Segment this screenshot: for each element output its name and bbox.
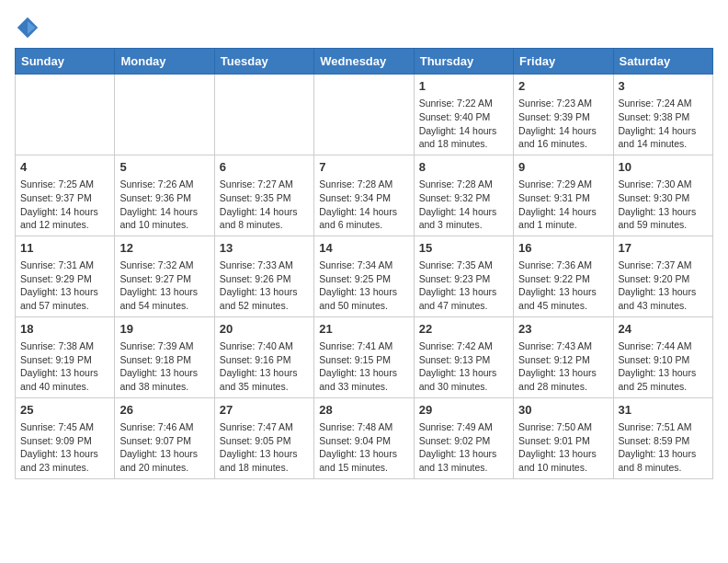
calendar-day-cell: 11Sunrise: 7:31 AMSunset: 9:29 PMDayligh… — [16, 236, 115, 316]
day-info: Sunrise: 7:31 AMSunset: 9:29 PMDaylight:… — [20, 259, 109, 313]
day-info: Sunrise: 7:45 AMSunset: 9:09 PMDaylight:… — [20, 420, 109, 475]
calendar-day-cell: 27Sunrise: 7:47 AMSunset: 9:05 PMDayligh… — [214, 397, 313, 478]
day-number: 4 — [20, 159, 109, 176]
day-info: Sunrise: 7:39 AMSunset: 9:18 PMDaylight:… — [119, 339, 209, 394]
calendar-day-cell: 31Sunrise: 7:51 AMSunset: 8:59 PMDayligh… — [613, 397, 712, 478]
logo — [15, 15, 44, 40]
calendar-week-row: 25Sunrise: 7:45 AMSunset: 9:09 PMDayligh… — [16, 397, 713, 478]
day-number: 20 — [220, 321, 309, 338]
logo-icon — [15, 15, 40, 40]
calendar-day-cell: 15Sunrise: 7:35 AMSunset: 9:23 PMDayligh… — [414, 236, 513, 316]
day-info: Sunrise: 7:28 AMSunset: 9:32 PMDaylight:… — [419, 178, 508, 232]
calendar-day-cell: 6Sunrise: 7:27 AMSunset: 9:35 PMDaylight… — [214, 155, 313, 236]
day-number: 17 — [619, 240, 708, 257]
day-info: Sunrise: 7:38 AMSunset: 9:19 PMDaylight:… — [20, 339, 109, 394]
calendar-week-row: 1Sunrise: 7:22 AMSunset: 9:40 PMDaylight… — [16, 75, 713, 155]
day-number: 21 — [319, 321, 408, 338]
day-info: Sunrise: 7:43 AMSunset: 9:12 PMDaylight:… — [518, 339, 608, 394]
calendar-day-cell — [214, 75, 313, 155]
calendar-day-cell: 30Sunrise: 7:50 AMSunset: 9:01 PMDayligh… — [514, 397, 613, 478]
calendar-day-cell: 20Sunrise: 7:40 AMSunset: 9:16 PMDayligh… — [214, 316, 313, 397]
day-info: Sunrise: 7:47 AMSunset: 9:05 PMDaylight:… — [220, 420, 309, 475]
calendar-table: SundayMondayTuesdayWednesdayThursdayFrid… — [15, 48, 713, 479]
calendar-week-row: 4Sunrise: 7:25 AMSunset: 9:37 PMDaylight… — [16, 155, 713, 236]
day-info: Sunrise: 7:28 AMSunset: 9:34 PMDaylight:… — [319, 178, 408, 232]
day-number: 13 — [220, 240, 309, 257]
calendar-day-cell: 9Sunrise: 7:29 AMSunset: 9:31 PMDaylight… — [514, 155, 613, 236]
calendar-day-cell — [314, 75, 414, 155]
calendar-day-cell: 16Sunrise: 7:36 AMSunset: 9:22 PMDayligh… — [514, 236, 613, 316]
calendar-day-cell: 22Sunrise: 7:42 AMSunset: 9:13 PMDayligh… — [414, 316, 513, 397]
day-info: Sunrise: 7:29 AMSunset: 9:31 PMDaylight:… — [518, 178, 608, 232]
calendar-day-cell: 4Sunrise: 7:25 AMSunset: 9:37 PMDaylight… — [16, 155, 115, 236]
calendar-day-cell — [16, 75, 115, 155]
day-info: Sunrise: 7:35 AMSunset: 9:23 PMDaylight:… — [419, 259, 508, 313]
calendar-day-cell: 1Sunrise: 7:22 AMSunset: 9:40 PMDaylight… — [414, 75, 513, 155]
day-info: Sunrise: 7:41 AMSunset: 9:15 PMDaylight:… — [319, 339, 408, 394]
page-header — [15, 15, 713, 40]
day-number: 18 — [20, 321, 109, 338]
day-info: Sunrise: 7:34 AMSunset: 9:25 PMDaylight:… — [319, 259, 408, 313]
day-number: 25 — [20, 402, 109, 419]
calendar-day-cell: 13Sunrise: 7:33 AMSunset: 9:26 PMDayligh… — [214, 236, 313, 316]
day-info: Sunrise: 7:26 AMSunset: 9:36 PMDaylight:… — [119, 178, 209, 232]
day-number: 11 — [20, 240, 109, 257]
calendar-day-cell: 10Sunrise: 7:30 AMSunset: 9:30 PMDayligh… — [613, 155, 712, 236]
calendar-header-row: SundayMondayTuesdayWednesdayThursdayFrid… — [16, 49, 713, 75]
day-number: 28 — [319, 402, 408, 419]
day-number: 27 — [220, 402, 309, 419]
weekday-header-monday: Monday — [115, 49, 214, 75]
weekday-header-tuesday: Tuesday — [214, 49, 313, 75]
calendar-day-cell: 2Sunrise: 7:23 AMSunset: 9:39 PMDaylight… — [514, 75, 613, 155]
day-number: 10 — [619, 159, 708, 176]
calendar-day-cell: 12Sunrise: 7:32 AMSunset: 9:27 PMDayligh… — [115, 236, 214, 316]
calendar-day-cell — [115, 75, 214, 155]
calendar-day-cell: 21Sunrise: 7:41 AMSunset: 9:15 PMDayligh… — [314, 316, 414, 397]
calendar-day-cell: 18Sunrise: 7:38 AMSunset: 9:19 PMDayligh… — [16, 316, 115, 397]
day-info: Sunrise: 7:36 AMSunset: 9:22 PMDaylight:… — [518, 259, 608, 313]
day-info: Sunrise: 7:37 AMSunset: 9:20 PMDaylight:… — [619, 259, 708, 313]
day-info: Sunrise: 7:48 AMSunset: 9:04 PMDaylight:… — [319, 420, 408, 475]
calendar-day-cell: 29Sunrise: 7:49 AMSunset: 9:02 PMDayligh… — [414, 397, 513, 478]
weekday-header-friday: Friday — [514, 49, 613, 75]
day-info: Sunrise: 7:33 AMSunset: 9:26 PMDaylight:… — [220, 259, 309, 313]
day-info: Sunrise: 7:51 AMSunset: 8:59 PMDaylight:… — [619, 420, 708, 475]
day-info: Sunrise: 7:44 AMSunset: 9:10 PMDaylight:… — [619, 339, 708, 394]
day-number: 30 — [518, 402, 608, 419]
calendar-day-cell: 25Sunrise: 7:45 AMSunset: 9:09 PMDayligh… — [16, 397, 115, 478]
day-number: 23 — [518, 321, 608, 338]
day-number: 19 — [119, 321, 209, 338]
day-number: 31 — [619, 402, 708, 419]
calendar-day-cell: 26Sunrise: 7:46 AMSunset: 9:07 PMDayligh… — [115, 397, 214, 478]
calendar-day-cell: 5Sunrise: 7:26 AMSunset: 9:36 PMDaylight… — [115, 155, 214, 236]
day-number: 12 — [119, 240, 209, 257]
calendar-day-cell: 8Sunrise: 7:28 AMSunset: 9:32 PMDaylight… — [414, 155, 513, 236]
day-info: Sunrise: 7:25 AMSunset: 9:37 PMDaylight:… — [20, 178, 109, 232]
day-info: Sunrise: 7:49 AMSunset: 9:02 PMDaylight:… — [419, 420, 508, 475]
calendar-day-cell: 24Sunrise: 7:44 AMSunset: 9:10 PMDayligh… — [613, 316, 712, 397]
day-number: 29 — [419, 402, 508, 419]
day-number: 1 — [419, 78, 508, 95]
day-number: 14 — [319, 240, 408, 257]
day-info: Sunrise: 7:27 AMSunset: 9:35 PMDaylight:… — [220, 178, 309, 232]
calendar-week-row: 18Sunrise: 7:38 AMSunset: 9:19 PMDayligh… — [16, 316, 713, 397]
calendar-week-row: 11Sunrise: 7:31 AMSunset: 9:29 PMDayligh… — [16, 236, 713, 316]
day-number: 7 — [319, 159, 408, 176]
day-number: 5 — [119, 159, 209, 176]
day-number: 2 — [518, 78, 608, 95]
day-info: Sunrise: 7:23 AMSunset: 9:39 PMDaylight:… — [518, 97, 608, 151]
day-number: 24 — [619, 321, 708, 338]
day-number: 9 — [518, 159, 608, 176]
calendar-day-cell: 7Sunrise: 7:28 AMSunset: 9:34 PMDaylight… — [314, 155, 414, 236]
day-info: Sunrise: 7:24 AMSunset: 9:38 PMDaylight:… — [619, 97, 708, 151]
day-info: Sunrise: 7:32 AMSunset: 9:27 PMDaylight:… — [119, 259, 209, 313]
day-info: Sunrise: 7:40 AMSunset: 9:16 PMDaylight:… — [220, 339, 309, 394]
day-number: 22 — [419, 321, 508, 338]
weekday-header-thursday: Thursday — [414, 49, 513, 75]
day-info: Sunrise: 7:22 AMSunset: 9:40 PMDaylight:… — [419, 97, 508, 151]
day-number: 26 — [119, 402, 209, 419]
calendar-day-cell: 23Sunrise: 7:43 AMSunset: 9:12 PMDayligh… — [514, 316, 613, 397]
day-info: Sunrise: 7:50 AMSunset: 9:01 PMDaylight:… — [518, 420, 608, 475]
weekday-header-sunday: Sunday — [16, 49, 115, 75]
weekday-header-saturday: Saturday — [613, 49, 712, 75]
